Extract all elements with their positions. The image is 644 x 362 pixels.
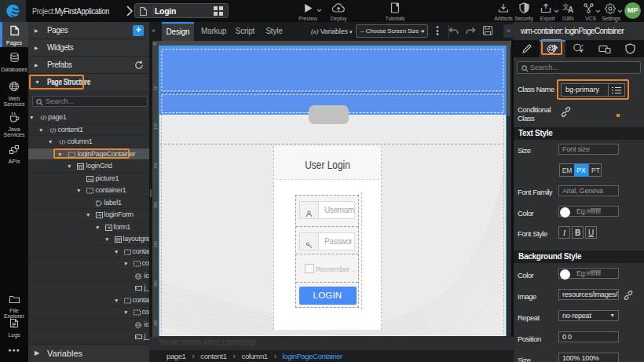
svg-text:A: A [568,5,573,13]
